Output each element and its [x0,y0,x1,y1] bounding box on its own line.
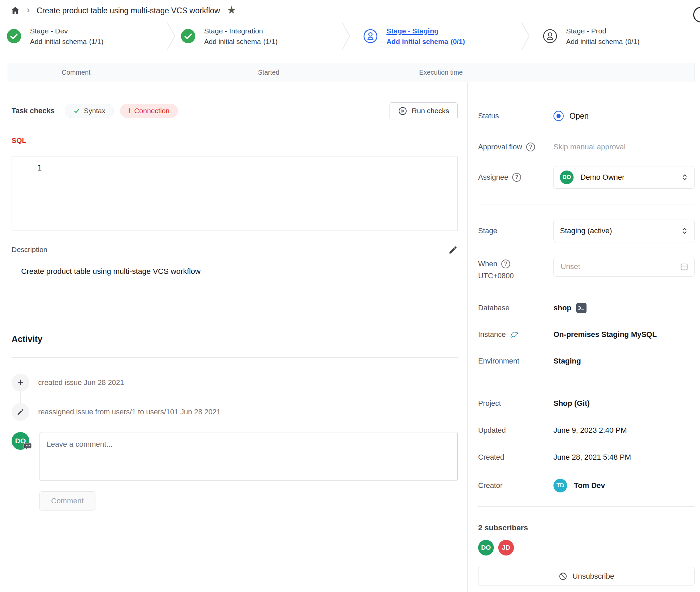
stage-title: Stage - Dev [30,27,104,35]
comment-input[interactable] [40,432,458,481]
stage-prod[interactable]: Stage - Prod Add initial schema(0/1) [532,27,700,46]
help-circle-icon[interactable]: ? [526,143,535,151]
activity-heading: Activity [12,334,458,345]
when-label: When [478,260,497,268]
stage-task-count: (1/1) [263,38,277,45]
slash-circle-icon [559,572,567,581]
run-checks-label: Run checks [412,107,449,115]
stage-title-link[interactable]: Stage - Staging [386,27,465,35]
stage-task[interactable]: Add initial schema [30,38,87,45]
environment-value: Staging [553,357,581,366]
help-icon[interactable] [693,7,700,23]
stage-value: Staging (active) [560,226,612,235]
avatar[interactable]: JD [498,540,514,556]
divider [478,506,695,507]
person-circle-icon [363,29,378,43]
home-icon[interactable] [10,5,20,16]
status-radio[interactable] [553,111,564,121]
stage-separator-icon [519,22,532,50]
creator-label: Creator [478,482,553,490]
star-icon[interactable]: ★ [227,4,237,16]
database-label: Database [478,304,553,312]
instance-value[interactable]: On-premises Staging MySQL [553,330,657,339]
editor-scrollbar[interactable] [452,157,452,231]
mysql-dolphin-icon [510,330,519,339]
check-label: Connection [134,107,170,115]
avatar: TD [553,479,567,492]
when-date-input[interactable]: Unset [553,257,695,277]
chat-bubble-icon [23,443,32,451]
stage-staging[interactable]: Stage - Staging Add initial schema(0/1) [353,27,519,46]
chevron-updown-icon [681,227,689,235]
stage-task-count: (0/1) [625,38,639,45]
project-label: Project [478,399,553,408]
person-circle-icon [543,29,557,43]
status-label: Status [478,112,553,120]
check-connection-badge[interactable]: ! Connection [120,104,178,118]
column-header-execution-time: Execution time [419,63,463,82]
approval-flow-row: Approval flow ? Skip manual approval [478,140,695,154]
stage-dev[interactable]: Stage - Dev Add initial schema(1/1) [0,27,164,46]
assignee-row: Assignee ? DO Demo Owner [478,166,695,189]
instance-label: Instance [478,330,506,339]
activity-event-text: created issue Jun 28 2021 [38,379,124,387]
stage-select[interactable]: Staging (active) [553,220,695,242]
play-circle-icon [398,106,407,116]
comment-button[interactable]: Comment [39,491,95,510]
stage-title: Stage - Integration [204,27,278,35]
assignee-select[interactable]: DO Demo Owner [553,166,695,189]
environment-row: Environment Staging [478,354,695,368]
assignee-value: Demo Owner [580,173,625,182]
breadcrumb: › Create product table using multi-stage… [0,0,700,21]
stage-task-count: (0/1) [451,38,465,45]
stage-task-count: (1/1) [89,38,103,45]
stage-integration[interactable]: Stage - Integration Add initial schema(1… [178,27,339,46]
sql-editor[interactable]: 1 [12,157,458,231]
creator-value: Tom Dev [574,481,605,490]
check-syntax-badge[interactable]: Syntax [65,104,114,118]
subscriber-avatars: DO JD [478,540,695,556]
task-checks-label: Task checks [12,107,55,115]
error-icon: ! [128,107,131,115]
help-circle-icon[interactable]: ? [512,173,521,182]
help-circle-icon[interactable]: ? [501,260,510,268]
database-value[interactable]: shop [553,304,572,312]
updated-row: Updated June 9, 2023 2:40 PM [478,424,695,437]
creator-row: Creator TD Tom Dev [478,476,695,495]
divider [478,205,695,205]
chevron-updown-icon [681,173,689,181]
project-value[interactable]: Shop (Git) [553,399,590,408]
editor-line-number: 1 [32,164,47,172]
assignee-label: Assignee [478,173,508,182]
created-value: June 28, 2021 5:48 PM [553,453,631,462]
stage-title: Stage - Prod [566,27,640,35]
timeline-connector [20,391,21,403]
avatar[interactable]: DO [478,540,494,556]
stage-separator-icon [339,22,353,50]
avatar: DO [12,432,29,450]
stage-task[interactable]: Add initial schema [566,38,623,45]
approval-flow-value: Skip manual approval [553,143,626,151]
description-text: Create product table using multi-stage V… [12,267,458,277]
divider [12,357,458,358]
created-label: Created [478,453,553,462]
stage-task-link[interactable]: Add initial schema [386,38,448,45]
status-value: Open [569,112,589,121]
run-checks-button[interactable]: Run checks [390,102,458,119]
column-header-started: Started [258,63,279,82]
stage-task[interactable]: Add initial schema [204,38,261,45]
updated-label: Updated [478,426,553,435]
stage-pipeline: Stage - Dev Add initial schema(1/1) Stag… [0,21,700,51]
check-circle-icon [7,29,21,43]
when-timezone: UTC+0800 [478,272,514,280]
plus-icon: + [12,374,29,391]
edit-pencil-icon[interactable] [448,245,458,254]
calendar-icon[interactable] [680,262,689,271]
task-table-header: Comment Started Execution time [7,63,695,82]
sql-console-icon[interactable] [576,303,587,313]
chevron-right-icon: › [27,4,30,15]
unsubscribe-button[interactable]: Unsubscribe [478,567,695,586]
column-header-comment: Comment [62,63,91,82]
subscribers-heading: 2 subscribers [478,523,695,532]
check-circle-icon [181,29,195,43]
